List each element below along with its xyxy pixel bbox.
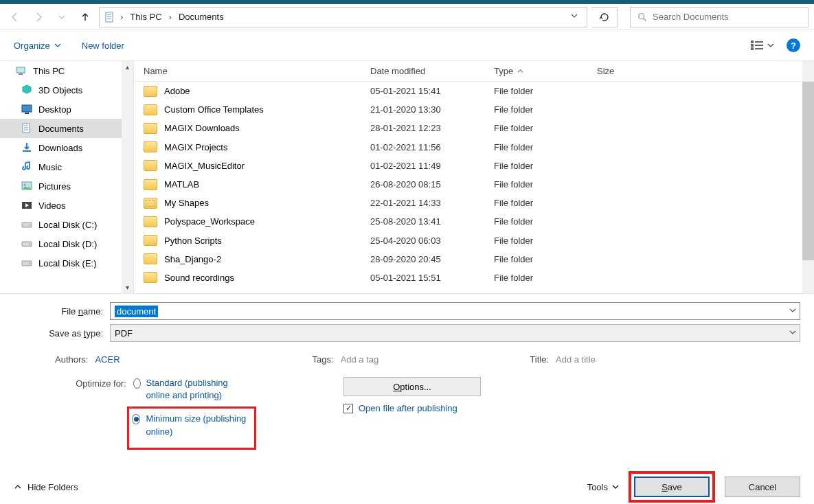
svg-point-18 <box>29 225 30 226</box>
new-folder-button[interactable]: New folder <box>82 41 124 51</box>
tree-item-local-disk-e-[interactable]: Local Disk (E:) <box>0 253 133 273</box>
chevron-down-icon <box>612 483 619 490</box>
folder-icon <box>144 104 157 115</box>
folder-icon <box>144 141 157 152</box>
file-row[interactable]: Python Scripts25-04-2020 06:03File folde… <box>134 231 814 250</box>
nav-back-button[interactable] <box>5 8 25 27</box>
tree-scrollbar[interactable]: ▴ ▾ <box>122 61 133 293</box>
desktop-icon <box>21 103 33 115</box>
title-value[interactable]: Add a title <box>556 354 596 365</box>
filename-input[interactable]: document <box>110 302 800 320</box>
nav-forward-button[interactable] <box>29 8 48 27</box>
folder-icon <box>144 235 157 246</box>
cancel-button[interactable]: Cancel <box>725 477 800 497</box>
tree-item-desktop[interactable]: Desktop <box>0 100 133 119</box>
file-row[interactable]: Sound recordings05-01-2021 15:51File fol… <box>134 268 814 287</box>
authors-value[interactable]: ACER <box>95 354 120 365</box>
videos-icon <box>21 199 33 211</box>
documents-icon <box>21 122 33 135</box>
tree-item-music[interactable]: Music <box>0 157 133 176</box>
radio-icon <box>132 414 141 424</box>
tags-value[interactable]: Add a tag <box>341 354 379 365</box>
options-button[interactable]: Options... <box>343 377 481 396</box>
tree-item-local-disk-c-[interactable]: Local Disk (C:) <box>0 215 133 234</box>
nav-tree: This PC3D ObjectsDesktopDocumentsDownloa… <box>0 61 134 293</box>
search-placeholder: Search Documents <box>653 12 729 22</box>
folder-icon <box>144 198 157 209</box>
svg-point-22 <box>29 263 30 264</box>
file-row[interactable]: MAGIX Projects01-02-2021 11:56File folde… <box>134 138 814 157</box>
folder-icon <box>144 216 157 227</box>
hide-folders-button[interactable]: Hide Folders <box>14 482 78 492</box>
disk-icon <box>21 257 33 269</box>
files-scrollbar[interactable] <box>802 61 814 293</box>
breadcrumb[interactable]: › This PC › Documents <box>99 7 587 27</box>
chevron-down-icon[interactable] <box>789 306 797 317</box>
svg-rect-4 <box>751 47 754 50</box>
breadcrumb-folder[interactable]: Documents <box>176 10 227 23</box>
view-mode-button[interactable] <box>751 41 774 50</box>
column-header-name[interactable]: Name <box>134 66 361 76</box>
filetype-select[interactable]: PDF <box>110 324 800 342</box>
tree-item-pictures[interactable]: Pictures <box>0 176 133 196</box>
disk-icon <box>21 238 33 250</box>
chevron-down-icon[interactable] <box>789 328 797 339</box>
file-row[interactable]: Adobe05-01-2021 15:41File folder <box>134 82 814 100</box>
search-icon <box>637 12 647 22</box>
tree-item-documents[interactable]: Documents <box>0 119 133 138</box>
refresh-button[interactable] <box>591 7 618 27</box>
tree-item-downloads[interactable]: Downloads <box>0 138 133 157</box>
tree-item-this-pc[interactable]: This PC <box>0 61 133 80</box>
filetype-label: Save as type: <box>14 328 110 339</box>
folder-icon <box>144 272 157 283</box>
folder-icon <box>144 123 157 134</box>
filename-label: File name: <box>14 306 110 317</box>
column-header-size[interactable]: Size <box>587 66 670 76</box>
chevron-right-icon: › <box>169 12 172 22</box>
nav-recent-dropdown[interactable] <box>52 8 71 27</box>
column-header-date[interactable]: Date modified <box>361 66 484 76</box>
file-row[interactable]: MATLAB26-08-2020 08:15File folder <box>134 175 814 194</box>
organize-button[interactable]: Organize <box>14 41 61 51</box>
radio-standard[interactable]: Standard (publishing online and printing… <box>133 377 254 402</box>
open-after-checkbox[interactable]: ✓ Open file after publishing <box>343 403 481 413</box>
checkbox-icon: ✓ <box>343 404 353 413</box>
disk-icon <box>21 218 33 231</box>
file-row[interactable]: MAGIX_MusicEditor01-02-2021 11:49File fo… <box>134 157 814 175</box>
scroll-down-icon[interactable]: ▾ <box>122 282 133 293</box>
svg-rect-5 <box>755 41 763 43</box>
chevron-right-icon: › <box>120 12 123 22</box>
file-row[interactable]: Sha_Django-228-09-2020 20:45File folder <box>134 250 814 268</box>
svg-rect-0 <box>106 12 113 22</box>
scroll-up-icon[interactable]: ▴ <box>122 61 133 73</box>
help-button[interactable]: ? <box>787 38 800 52</box>
radio-icon <box>133 378 141 389</box>
chevron-down-icon[interactable] <box>566 12 583 22</box>
svg-point-1 <box>639 13 644 19</box>
save-button[interactable]: Save <box>634 477 710 497</box>
svg-rect-6 <box>755 45 763 46</box>
tools-dropdown[interactable]: Tools <box>587 482 619 492</box>
breadcrumb-root[interactable]: This PC <box>127 10 164 23</box>
svg-rect-13 <box>23 150 31 152</box>
tree-item-local-disk-d-[interactable]: Local Disk (D:) <box>0 234 133 253</box>
folder-icon <box>144 253 157 264</box>
tree-item-videos[interactable]: Videos <box>0 196 133 215</box>
file-row[interactable]: Polyspace_Workspace25-08-2020 13:41File … <box>134 212 814 231</box>
tree-item-3d-objects[interactable]: 3D Objects <box>0 80 133 100</box>
title-label: Title: <box>530 354 549 365</box>
music-icon <box>21 161 33 173</box>
svg-point-20 <box>29 244 30 245</box>
chevron-up-icon <box>14 483 22 491</box>
radio-minimum[interactable]: Minimum size (publishing online) <box>132 413 251 437</box>
pc-icon <box>15 65 27 77</box>
file-row[interactable]: Custom Office Templates21-01-2020 13:30F… <box>134 100 814 119</box>
nav-up-button[interactable] <box>76 8 95 27</box>
search-input[interactable]: Search Documents <box>630 7 809 27</box>
file-row[interactable]: My Shapes22-01-2021 14:33File folder <box>134 194 814 212</box>
file-list: Name Date modified Type Size Adobe05-01-… <box>134 61 814 293</box>
svg-rect-8 <box>16 67 25 73</box>
file-row[interactable]: MAGIX Downloads28-01-2021 12:23File fold… <box>134 119 814 137</box>
svg-rect-9 <box>19 73 23 75</box>
column-header-type[interactable]: Type <box>484 66 587 76</box>
